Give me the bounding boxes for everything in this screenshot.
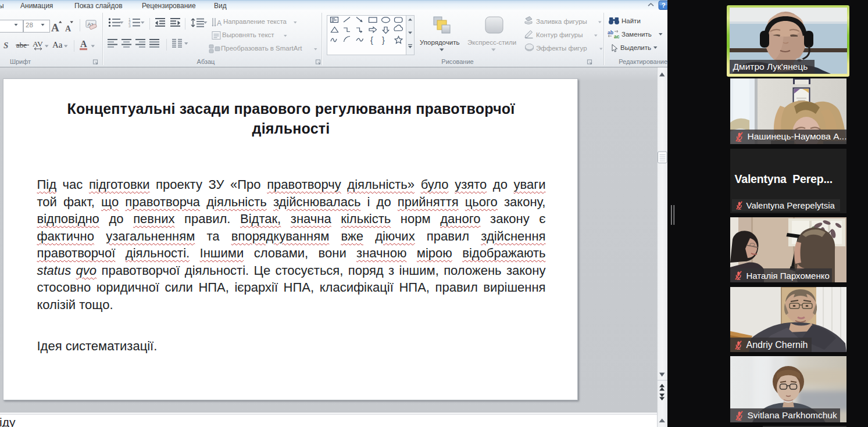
svg-text:AV: AV: [33, 40, 43, 48]
svg-text:?: ?: [662, 2, 666, 9]
svg-text:{: {: [370, 35, 373, 45]
svg-text:ab: ab: [608, 30, 613, 35]
svg-text:S: S: [3, 41, 8, 50]
svg-text:A: A: [80, 39, 87, 49]
svg-text:А: А: [217, 19, 222, 27]
svg-text:ac: ac: [614, 34, 620, 40]
svg-text:}: }: [382, 35, 385, 45]
svg-text:А: А: [65, 24, 72, 33]
svg-text:А: А: [51, 21, 59, 34]
svg-text:Aa: Aa: [52, 40, 63, 49]
svg-text:3: 3: [128, 24, 131, 28]
